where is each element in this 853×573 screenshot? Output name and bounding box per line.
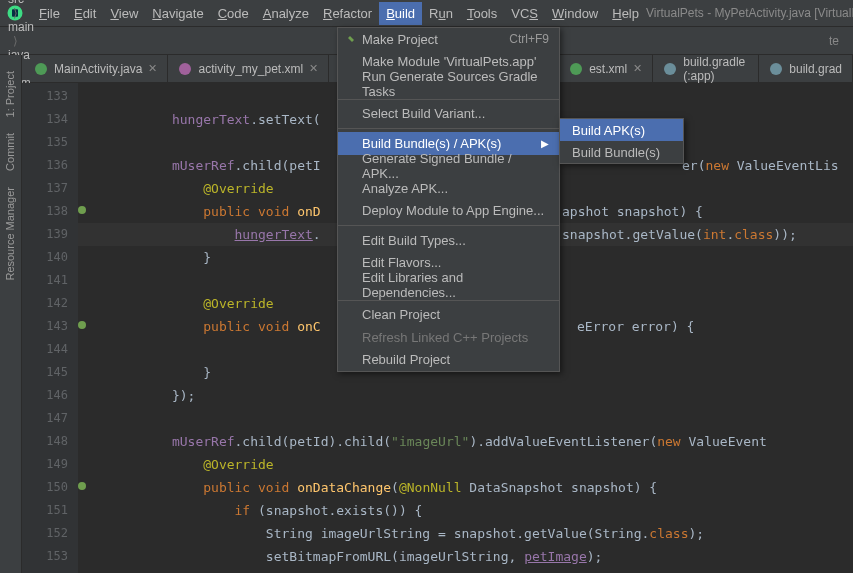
menu-item-select-build-variant[interactable]: Select Build Variant... xyxy=(338,103,559,126)
tab-label: build.grad xyxy=(789,62,842,76)
line-number: 152 xyxy=(22,522,78,545)
code-line: @Override xyxy=(78,453,853,476)
gradle-icon xyxy=(663,62,677,76)
menu-item-refresh-linked-c-projects: Refresh Linked C++ Projects xyxy=(338,326,559,349)
gutter-override-icon[interactable] xyxy=(78,482,86,490)
line-number: 151 xyxy=(22,499,78,522)
menu-separator xyxy=(338,128,559,129)
menu-item-label: Select Build Variant... xyxy=(362,106,485,121)
build-bundles-submenu: Build APK(s)Build Bundle(s) xyxy=(559,118,684,164)
menu-run[interactable]: Run xyxy=(422,2,460,25)
menu-item-make-project[interactable]: Make ProjectCtrl+F9 xyxy=(338,28,559,51)
toolwindow-project[interactable]: 1: Project xyxy=(4,71,16,117)
code-line xyxy=(78,407,853,430)
menu-analyze[interactable]: Analyze xyxy=(256,2,316,25)
code-line: }); xyxy=(78,384,853,407)
menu-help[interactable]: Help xyxy=(605,2,646,25)
menu-view[interactable]: View xyxy=(103,2,145,25)
line-number: 146 xyxy=(22,384,78,407)
window-title: VirtualPets - MyPetActivity.java [Virtua… xyxy=(646,6,853,20)
menu-item-label: Make Module 'VirtualPets.app' xyxy=(362,54,537,69)
tab-label: MainActivity.java xyxy=(54,62,142,76)
line-number: 148 xyxy=(22,430,78,453)
editor-tab[interactable]: MainActivity.java✕ xyxy=(24,55,168,82)
menu-code[interactable]: Code xyxy=(211,2,256,25)
editor-tab[interactable]: build.gradle (:app) xyxy=(653,55,759,82)
menu-item-analyze-apk[interactable]: Analyze APK... xyxy=(338,177,559,200)
svg-point-2 xyxy=(35,63,47,75)
menu-build[interactable]: Build xyxy=(379,2,422,25)
menu-separator xyxy=(338,225,559,226)
chevron-right-icon: ⟩ xyxy=(13,6,18,20)
code-line: } xyxy=(78,568,853,573)
code-line: setBitmapFromURL(imageUrlString, petImag… xyxy=(78,545,853,568)
menu-item-deploy-module-to-app-engine[interactable]: Deploy Module to App Engine... xyxy=(338,200,559,223)
menu-refactor[interactable]: Refactor xyxy=(316,2,379,25)
line-number: 138 xyxy=(22,200,78,223)
line-number: 142 xyxy=(22,292,78,315)
menu-item-label: Edit Flavors... xyxy=(362,255,441,270)
hammer-icon xyxy=(342,32,356,46)
menu-item-label: Run Generate Sources Gradle Tasks xyxy=(362,69,549,99)
menu-item-edit-libraries-and-dependencies[interactable]: Edit Libraries and Dependencies... xyxy=(338,274,559,297)
code-line: String imageUrlString = snapshot.getValu… xyxy=(78,522,853,545)
menu-item-edit-build-types[interactable]: Edit Build Types... xyxy=(338,229,559,252)
line-number: 141 xyxy=(22,269,78,292)
close-icon[interactable]: ✕ xyxy=(148,62,157,75)
class-icon xyxy=(569,62,583,76)
line-number: 154 xyxy=(22,568,78,573)
left-tool-stripe: 1: Project Commit Resource Manager xyxy=(0,55,22,573)
line-number: 144 xyxy=(22,338,78,361)
menu-tools[interactable]: Tools xyxy=(460,2,504,25)
menu-item-run-generate-sources-gradle-tasks[interactable]: Run Generate Sources Gradle Tasks xyxy=(338,73,559,96)
menu-item-label: Make Project xyxy=(362,32,438,47)
gutter: 1331341351361371381391401411421431441451… xyxy=(22,83,78,573)
svg-point-6 xyxy=(770,63,782,75)
breadcrumb-item[interactable]: main xyxy=(8,20,70,34)
editor-tab[interactable]: est.xml✕ xyxy=(559,55,653,82)
gutter-override-icon[interactable] xyxy=(78,206,86,214)
toolwindow-commit[interactable]: Commit xyxy=(4,133,16,171)
editor-tab[interactable]: build.grad xyxy=(759,55,853,82)
breadcrumb-right-clip: te xyxy=(829,34,845,48)
tab-label: activity_my_pet.xml xyxy=(198,62,303,76)
menu-item-label: Refresh Linked C++ Projects xyxy=(362,330,528,345)
svg-point-5 xyxy=(664,63,676,75)
menu-item-generate-signed-bundle-apk[interactable]: Generate Signed Bundle / APK... xyxy=(338,155,559,178)
menu-item-label: Rebuild Project xyxy=(362,352,450,367)
tab-label: build.gradle (:app) xyxy=(683,55,748,83)
chevron-right-icon: ⟩ xyxy=(13,34,18,48)
submenu-item-build-bundle-s[interactable]: Build Bundle(s) xyxy=(560,141,683,163)
build-menu: Make ProjectCtrl+F9Make Module 'VirtualP… xyxy=(337,27,560,372)
line-number: 145 xyxy=(22,361,78,384)
menu-item-label: Edit Libraries and Dependencies... xyxy=(362,270,549,300)
menu-item-rebuild-project[interactable]: Rebuild Project xyxy=(338,349,559,372)
svg-point-3 xyxy=(179,63,191,75)
menu-edit[interactable]: Edit xyxy=(67,2,103,25)
gutter-override-icon[interactable] xyxy=(78,321,86,329)
menu-item-label: Build Bundle(s) / APK(s) xyxy=(362,136,501,151)
class-icon xyxy=(34,62,48,76)
menu-item-clean-project[interactable]: Clean Project xyxy=(338,304,559,327)
line-number: 149 xyxy=(22,453,78,476)
submenu-item-build-apk-s[interactable]: Build APK(s) xyxy=(560,119,683,141)
line-number: 139 xyxy=(22,223,78,246)
close-icon[interactable]: ✕ xyxy=(633,62,642,75)
line-number: 136 xyxy=(22,154,78,177)
xml-icon xyxy=(178,62,192,76)
breadcrumb-item[interactable]: src xyxy=(8,0,70,6)
line-number: 135 xyxy=(22,131,78,154)
editor-tab[interactable]: activity_my_pet.xml✕ xyxy=(168,55,329,82)
close-icon[interactable]: ✕ xyxy=(309,62,318,75)
menu-item-label: Edit Build Types... xyxy=(362,233,466,248)
menu-navigate[interactable]: Navigate xyxy=(145,2,210,25)
tab-label: est.xml xyxy=(589,62,627,76)
menu-vcs[interactable]: VCS xyxy=(504,2,545,25)
menu-item-label: Clean Project xyxy=(362,307,440,322)
chevron-right-icon: ▶ xyxy=(541,138,549,149)
menu-window[interactable]: Window xyxy=(545,2,605,25)
line-number: 147 xyxy=(22,407,78,430)
menu-item-label: Analyze APK... xyxy=(362,181,448,196)
toolwindow-resource-manager[interactable]: Resource Manager xyxy=(4,187,16,281)
code-line: mUserRef.child(petId).child("imageUrl").… xyxy=(78,430,853,453)
